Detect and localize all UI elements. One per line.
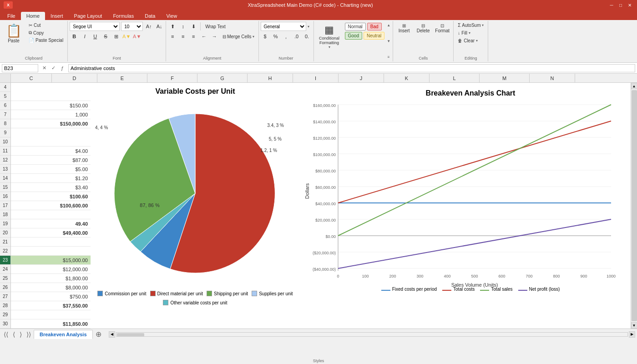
data-row-26[interactable]: $8,000.00 [11,283,91,292]
vertical-scrollbar[interactable]: ▲ ▼ [631,83,637,329]
align-right-button[interactable]: ≡ [189,32,198,41]
row-num-13[interactable]: 13 [0,165,10,174]
row-num-21[interactable]: 21 [0,238,10,247]
confirm-formula-button[interactable]: ✓ [49,64,57,72]
data-row-27[interactable]: $750.00 [11,292,91,301]
scroll-up-button[interactable]: ▲ [631,83,637,89]
comma-button[interactable]: , [282,32,291,41]
style-neutral[interactable]: Neutral [364,32,384,40]
col-header-l[interactable]: L [430,74,480,83]
font-name-select[interactable]: Segoe UI [70,22,120,31]
col-header-h[interactable]: H [248,74,293,83]
fill-color-button[interactable]: A▼ [122,32,131,41]
tab-page-layout[interactable]: Page Layout [69,12,108,20]
row-num-22[interactable]: 22 [0,247,10,256]
row-num-29[interactable]: 29 [0,310,10,319]
sheet-content[interactable]: $150.00 1,000 $150,000.00 $4.00 $87.00 $… [11,83,631,329]
data-row-14[interactable]: $1.20 [11,174,91,183]
data-row-9-10[interactable] [11,128,91,147]
data-row-29[interactable] [11,310,91,319]
insert-function-button[interactable]: ƒ [58,64,66,72]
tab-insert[interactable]: Insert [45,12,69,20]
row-num-4[interactable]: 4 [0,83,10,92]
data-row-12[interactable]: $87.00 [11,156,91,165]
font-grow-button[interactable]: A↑ [144,22,153,31]
styles-more[interactable]: ≡ [386,55,391,60]
decimal-increase-button[interactable]: .0 [292,32,301,41]
hscroll-track[interactable] [116,332,628,337]
border-button[interactable]: ⊞ [111,32,121,41]
data-row-4-5[interactable] [11,83,91,101]
data-row-24[interactable]: $12,000.00 [11,265,91,274]
data-row-13[interactable]: $5.00 [11,165,91,174]
style-normal[interactable]: Normal [345,23,366,30]
autosum-button[interactable]: Σ AutoSum ▾ [455,22,486,29]
indent-increase-button[interactable]: → [210,32,219,41]
paste-button[interactable]: 📋 Paste [2,22,25,45]
clear-button[interactable]: 🗑 Clear ▾ [455,37,486,44]
merge-cells-button[interactable]: ⊟ Merge Cells ▾ [220,32,256,41]
bold-button[interactable]: B [70,32,79,41]
paste-special-button[interactable]: 📄 Paste Special [26,37,66,44]
data-row-17[interactable]: $100,600.00 [11,201,91,210]
sheet-nav-next[interactable]: ⟩ [18,331,24,338]
formula-input[interactable] [68,64,635,72]
align-center-button[interactable]: ≡ [178,32,187,41]
row-num-15[interactable]: 15 [0,183,10,192]
conditional-formatting-button[interactable]: ▦ ConditionalFormatting ▾ [318,23,341,51]
data-row-11[interactable]: $4.00 [11,147,91,156]
col-header-m[interactable]: M [480,74,530,83]
row-num-5[interactable]: 5 [0,92,10,101]
data-row-22[interactable] [11,247,91,256]
row-num-23[interactable]: 23 [0,256,10,265]
add-sheet-button[interactable]: ⊕ [94,330,103,339]
col-header-d[interactable]: D [52,74,97,83]
style-good[interactable]: Good [345,32,362,40]
row-num-11[interactable]: 11 [0,147,10,156]
sheet-nav-prev[interactable]: ⟨ [11,331,17,338]
data-row-20[interactable]: $49,400.00 [11,228,91,238]
row-num-16[interactable]: 16 [0,192,10,201]
scroll-right-button[interactable]: ▶ [629,331,635,338]
col-header-i[interactable]: I [293,74,339,83]
row-num-12[interactable]: 12 [0,156,10,165]
percent-button[interactable]: % [271,32,280,41]
italic-button[interactable]: I [80,32,89,41]
data-row-16[interactable]: $100.60 [11,192,91,201]
align-top-button[interactable]: ⬆ [168,22,177,31]
col-header-g[interactable]: G [197,74,248,83]
styles-scroll-down[interactable]: ▼ [386,39,391,44]
indent-decrease-button[interactable]: ← [199,32,208,41]
cancel-formula-button[interactable]: ✕ [40,64,48,72]
tab-file[interactable]: File [2,12,21,20]
tab-home[interactable]: Home [21,12,45,20]
tab-data[interactable]: Data [139,12,161,20]
data-row-8[interactable]: $150,000.00 [11,119,91,128]
align-left-button[interactable]: ≡ [168,32,177,41]
scroll-down-button[interactable]: ▼ [631,322,637,329]
col-header-k[interactable]: K [384,74,430,83]
data-row-6[interactable]: $150.00 [11,101,91,110]
style-bad[interactable]: Bad [367,23,382,30]
font-shrink-button[interactable]: A↓ [155,22,164,31]
row-num-20[interactable]: 20 [0,228,10,238]
format-button[interactable]: ⊡ Format [433,22,451,35]
row-num-27[interactable]: 27 [0,292,10,301]
data-row-21[interactable] [11,238,91,247]
row-num-30[interactable]: 30 [0,319,10,329]
hscroll-thumb[interactable] [117,333,144,337]
row-num-19[interactable]: 19 [0,219,10,228]
data-row-15[interactable]: $3.40 [11,183,91,192]
row-num-24[interactable]: 24 [0,265,10,274]
row-num-28[interactable]: 28 [0,301,10,310]
row-num-18[interactable]: 18 [0,210,10,219]
row-num-7[interactable]: 7 [0,110,10,119]
col-header-j[interactable]: J [339,74,384,83]
row-num-26[interactable]: 26 [0,283,10,292]
sheet-nav-first[interactable]: ⟨⟨ [2,331,10,338]
tab-view[interactable]: View [161,12,182,20]
row-num-25[interactable]: 25 [0,274,10,283]
sheet-tab-breakeven[interactable]: Breakeven Analysis [34,330,93,339]
close-button[interactable]: ✕ [626,2,633,8]
minimize-button[interactable]: ─ [608,2,615,8]
